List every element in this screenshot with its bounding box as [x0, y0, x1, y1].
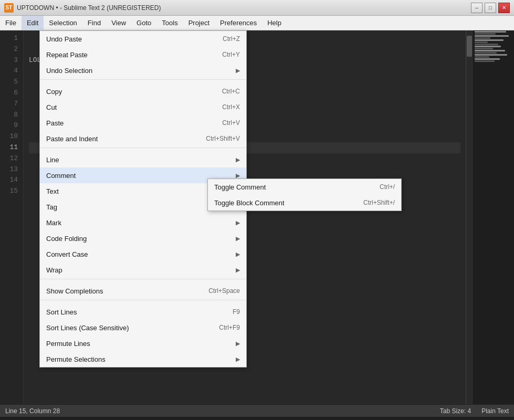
- title-text: UPTODOWN • - Sublime Text 2 (UNREGISTERE…: [17, 4, 161, 12]
- minimap-line: [475, 58, 500, 60]
- menu-permute-lines[interactable]: Permute Lines ▶: [40, 335, 246, 351]
- minimize-button[interactable]: –: [471, 3, 482, 13]
- menu-item-shortcut: Ctrl+Z: [223, 35, 240, 43]
- minimap-line: [475, 37, 490, 39]
- submenu-item-shortcut: Ctrl+/: [380, 183, 395, 191]
- close-button[interactable]: ✕: [498, 3, 510, 13]
- app-icon-text: ST: [6, 5, 13, 10]
- menu-item-label: Repeat Paste: [46, 51, 88, 59]
- menu-paste-indent[interactable]: Paste and Indent Ctrl+Shift+V: [40, 131, 246, 146]
- menu-repeat-paste[interactable]: Repeat Paste Ctrl+Y: [40, 47, 246, 62]
- line-number: 4: [0, 66, 18, 77]
- app-icon: ST: [4, 3, 14, 13]
- submenu-item-shortcut: Ctrl+Shift+/: [363, 199, 395, 206]
- menu-find[interactable]: Find: [82, 16, 106, 30]
- menu-item-shortcut: Ctrl+Y: [222, 51, 240, 58]
- menu-item-label: Paste: [46, 119, 64, 127]
- menu-undo-selection[interactable]: Undo Selection ▶: [40, 62, 246, 78]
- menu-item-shortcut: Ctrl+V: [222, 119, 240, 127]
- line-number: 5: [0, 77, 18, 88]
- scrollbar-right[interactable]: [466, 30, 472, 404]
- menu-item-label: Cut: [46, 103, 57, 111]
- menu-goto[interactable]: Goto: [131, 16, 156, 30]
- minimap: [472, 30, 514, 404]
- maximize-button[interactable]: □: [485, 3, 496, 13]
- menu-bar: File Edit Selection Find View Goto Tools…: [0, 16, 514, 30]
- menu-copy[interactable]: Copy Ctrl+C: [40, 83, 246, 99]
- menu-toggle-block-comment[interactable]: Toggle Block Comment Ctrl+Shift+/: [208, 195, 401, 211]
- menu-show-completions[interactable]: Show Completions Ctrl+Space: [40, 283, 246, 299]
- submenu-arrow-icon: ▶: [236, 356, 240, 363]
- menu-file[interactable]: File: [0, 16, 22, 30]
- minimap-line: [475, 54, 507, 56]
- menu-item-label: Convert Case: [46, 250, 88, 258]
- menu-item-shortcut: Ctrl+Space: [208, 287, 240, 295]
- minimap-line: [475, 41, 488, 43]
- menu-permute-selections[interactable]: Permute Selections ▶: [40, 351, 246, 367]
- menu-item-label: Tag: [46, 203, 57, 211]
- menu-convert-case[interactable]: Convert Case ▶: [40, 246, 246, 262]
- menu-item-label: Sort Lines: [46, 308, 77, 316]
- line-number: 2: [0, 44, 18, 55]
- menu-view[interactable]: View: [106, 16, 131, 30]
- line-numbers: 1 2 3 4 5 6 7 8 9 10 11 12 13 14 15: [0, 30, 24, 404]
- menu-item-label: Text: [46, 187, 59, 195]
- menu-paste[interactable]: Paste Ctrl+V: [40, 115, 246, 131]
- title-left: ST UPTODOWN • - Sublime Text 2 (UNREGIST…: [4, 3, 161, 13]
- line-number: 1: [0, 33, 18, 44]
- menu-sort-lines-case[interactable]: Sort Lines (Case Sensitive) Ctrl+F9: [40, 320, 246, 335]
- menu-item-label: Copy: [46, 88, 62, 96]
- menu-selection[interactable]: Selection: [44, 16, 82, 30]
- menu-sort-lines[interactable]: Sort Lines F9: [40, 304, 246, 320]
- tab-size: Tab Size: 4: [440, 407, 471, 415]
- submenu-arrow-icon: ▶: [236, 251, 240, 258]
- menu-separator: [40, 300, 246, 304]
- line-number: 7: [0, 99, 18, 110]
- submenu-arrow-icon: ▶: [236, 235, 240, 242]
- menu-item-label: Permute Selections: [46, 355, 106, 363]
- menu-project[interactable]: Project: [183, 16, 215, 30]
- menu-toggle-comment[interactable]: Toggle Comment Ctrl+/: [208, 179, 401, 195]
- minimap-line: [475, 46, 501, 47]
- menu-item-label: Undo Paste: [46, 35, 82, 43]
- line-number: 8: [0, 110, 18, 121]
- line-number: 10: [0, 131, 18, 142]
- menu-item-shortcut: Ctrl+X: [222, 103, 240, 111]
- menu-item-shortcut: Ctrl+C: [222, 88, 240, 95]
- submenu-item-label: Toggle Comment: [214, 183, 266, 191]
- comment-submenu: Toggle Comment Ctrl+/ Toggle Block Comme…: [207, 178, 402, 211]
- menu-item-label: Comment: [46, 172, 76, 180]
- menu-item-label: Code Folding: [46, 235, 87, 243]
- cursor-position: Line 15, Column 28: [5, 407, 60, 415]
- menu-code-folding[interactable]: Code Folding ▶: [40, 230, 246, 246]
- menu-item-label: Wrap: [46, 266, 62, 274]
- menu-wrap[interactable]: Wrap ▶: [40, 262, 246, 278]
- menu-tools[interactable]: Tools: [156, 16, 183, 30]
- syntax-label: Plain Text: [481, 407, 509, 415]
- menu-undo-paste[interactable]: Undo Paste Ctrl+Z: [40, 31, 246, 47]
- submenu-arrow-icon: ▶: [236, 67, 240, 74]
- submenu-arrow-icon: ▶: [236, 172, 240, 179]
- menu-preferences[interactable]: Preferences: [215, 16, 262, 30]
- menu-item-shortcut: Ctrl+Shift+V: [206, 135, 240, 142]
- menu-item-label: Line: [46, 156, 59, 164]
- menu-line[interactable]: Line ▶: [40, 152, 246, 167]
- minimap-line: [475, 52, 497, 54]
- menu-help[interactable]: Help: [262, 16, 287, 30]
- minimap-line: [475, 31, 506, 33]
- minimap-line: [475, 35, 509, 37]
- menu-separator: [40, 279, 246, 283]
- submenu-arrow-icon: ▶: [236, 156, 240, 163]
- menu-separator: [40, 79, 246, 83]
- line-number: 9: [0, 120, 18, 131]
- menu-mark[interactable]: Mark ▶: [40, 215, 246, 230]
- status-bar: Line 15, Column 28 Tab Size: 4 Plain Tex…: [0, 404, 514, 417]
- line-number: 14: [0, 175, 18, 186]
- scrollbar-thumb[interactable]: [467, 36, 472, 57]
- window-controls: – □ ✕: [471, 3, 510, 13]
- menu-item-label: Paste and Indent: [46, 135, 98, 143]
- menu-cut[interactable]: Cut Ctrl+X: [40, 99, 246, 115]
- menu-edit[interactable]: Edit: [22, 16, 44, 30]
- line-number: 3: [0, 55, 18, 66]
- minimap-line: [475, 60, 495, 62]
